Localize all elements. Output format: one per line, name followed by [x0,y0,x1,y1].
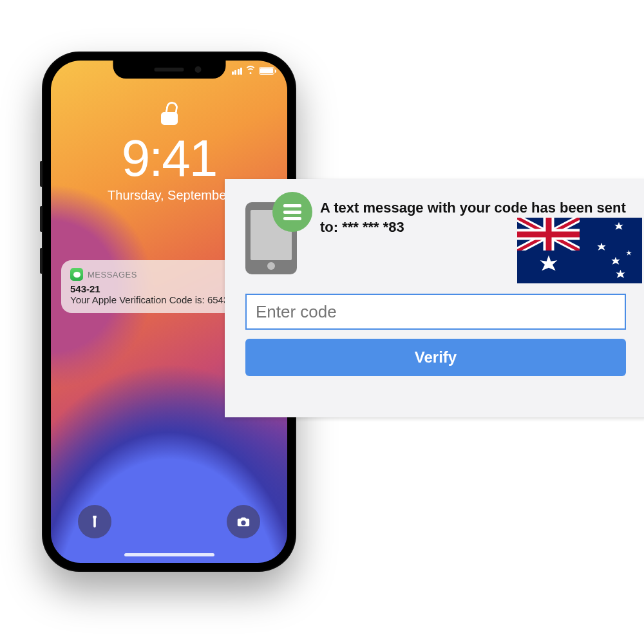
padlock-open-icon [161,106,178,125]
verify-button[interactable]: Verify [245,339,626,376]
svg-marker-1 [614,222,623,230]
svg-marker-5 [616,270,625,278]
svg-marker-2 [597,243,605,251]
signal-icon [232,68,243,75]
australia-flag-icon [517,218,642,283]
svg-marker-4 [611,257,620,265]
wifi-icon [245,67,256,75]
svg-marker-0 [540,255,558,270]
flashlight-icon [88,515,102,529]
camera-button[interactable] [227,505,260,538]
sms-bubble-icon [245,197,305,274]
notch [113,61,225,79]
home-indicator[interactable] [124,553,214,556]
battery-icon [259,67,274,75]
flashlight-button[interactable] [78,505,111,538]
lock-time: 9:41 [51,133,287,184]
verify-panel: A text message with your code has been s… [225,179,644,417]
notification-app-label: MESSAGES [88,270,137,279]
messages-icon [70,268,83,281]
svg-marker-3 [626,250,632,256]
code-input[interactable] [245,294,626,330]
camera-icon [236,515,251,529]
